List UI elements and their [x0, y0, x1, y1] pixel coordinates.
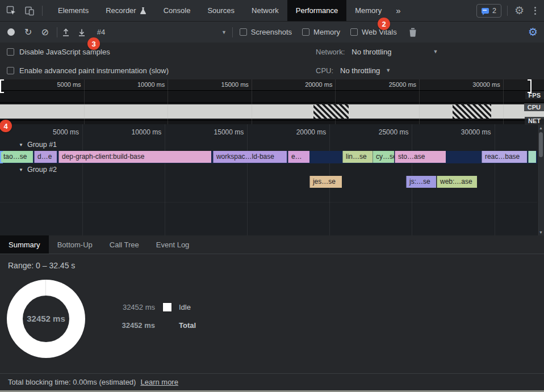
checkbox-label: Screenshots	[251, 28, 292, 36]
tab-call-tree[interactable]: Call Tree	[101, 235, 148, 254]
flame-bar[interactable]: lin…se	[342, 151, 373, 163]
donut-total-label: 32452 ms	[7, 314, 85, 323]
network-throttling-control: Network: No throttling ▼	[316, 48, 438, 56]
kebab-menu-icon[interactable]	[531, 7, 539, 15]
more-tabs-chevron[interactable]: »	[390, 6, 406, 15]
tab-label: Performance	[296, 6, 338, 15]
summary-pane: Range: 0 – 32.45 s 32452 ms 32452 msIdle…	[0, 254, 544, 373]
ruler-tick-label: 15000 ms	[214, 128, 244, 136]
toolbar-divider	[42, 6, 43, 16]
network-throttling-select[interactable]: No throttling ▼	[351, 48, 438, 56]
legend-value: 32452 ms	[118, 303, 155, 311]
tab-event-log[interactable]: Event Log	[148, 235, 198, 254]
legend-label: Total	[179, 321, 196, 330]
flame-bar[interactable]: sto…ase	[395, 151, 446, 163]
checkbox-box-icon	[302, 28, 309, 36]
collapse-arrow-icon: ▼	[19, 167, 23, 172]
save-profile-icon[interactable]	[77, 27, 87, 37]
net-lane-label: NET	[525, 117, 544, 125]
checkbox-box-icon	[350, 28, 358, 36]
history-selected-value: #4	[97, 28, 105, 36]
details-tabbar: SummaryBottom-UpCall TreeEvent Log	[0, 235, 544, 254]
tab-performance[interactable]: Performance	[287, 0, 346, 21]
checkbox-screenshots[interactable]: Screenshots	[240, 28, 292, 36]
scrollbar-thumb[interactable]	[539, 132, 543, 157]
ruler-tick-label: 5000 ms	[53, 128, 79, 136]
tab-bottom-up[interactable]: Bottom-Up	[49, 235, 101, 254]
flame-bar[interactable]: e…	[288, 151, 309, 163]
collapse-arrow-icon: ▼	[19, 142, 23, 147]
reload-and-record-icon[interactable]: ↻	[24, 28, 32, 37]
capture-settings-gear-icon[interactable]: ⚙	[528, 27, 538, 37]
inspect-element-icon[interactable]	[6, 5, 17, 16]
scroll-up-icon[interactable]: ▲	[538, 124, 544, 131]
flame-chart[interactable]: 5000 ms10000 ms15000 ms20000 ms25000 ms3…	[0, 124, 537, 235]
legend-label: Idle	[179, 303, 191, 311]
history-select[interactable]: #4 ▼	[97, 28, 227, 36]
delete-recording-icon[interactable]	[408, 27, 417, 37]
flame-bar[interactable]: jes…se	[309, 176, 342, 188]
ruler-tick-label: 30000 ms	[472, 81, 500, 88]
annotation-badge-4: 4	[0, 120, 12, 132]
ruler-tick-label: 10000 ms	[131, 128, 161, 136]
learn-more-link[interactable]: Learn more	[140, 378, 178, 386]
summary-legend: 32452 msIdle32452 msTotal	[118, 303, 196, 339]
checkbox-web-vitals[interactable]: Web Vitals	[350, 28, 397, 36]
checkbox-memory[interactable]: Memory	[302, 28, 340, 36]
paint-instrumentation-checkbox[interactable]	[7, 67, 14, 74]
settings-gear-icon[interactable]: ⚙	[514, 5, 524, 16]
flame-bar[interactable]: d…e	[34, 151, 57, 163]
cpu-throttling-select[interactable]: No throttling ▼	[340, 66, 391, 75]
scroll-down-icon[interactable]: ▼	[538, 229, 544, 235]
tab-sources[interactable]: Sources	[199, 0, 243, 21]
flame-divider	[0, 202, 537, 203]
group-label: Group #2	[27, 166, 57, 174]
group-header-2[interactable]: ▼Group #2	[0, 163, 537, 176]
disable-js-samples-checkbox[interactable]	[7, 48, 14, 56]
group-header-1[interactable]: ▼Group #1	[0, 138, 537, 151]
load-profile-icon[interactable]	[61, 27, 71, 37]
track-row-1: tao…sed…edep-graph-client:build-basework…	[0, 151, 537, 163]
tab-summary[interactable]: Summary	[0, 235, 49, 254]
options-row-2: Enable advanced paint instrumentation (s…	[0, 61, 544, 79]
cpu-throttling-value: No throttling	[340, 66, 380, 75]
legend-row: 32452 msTotal	[118, 321, 196, 330]
network-throttling-value: No throttling	[351, 48, 391, 56]
overview-left-handle[interactable]	[0, 79, 4, 93]
overview-right-handle[interactable]	[528, 79, 532, 93]
ruler-tick-label: 10000 ms	[137, 81, 165, 88]
tab-recorder[interactable]: Recorder	[97, 0, 154, 21]
flame-bar[interactable]: web:…ase	[437, 176, 477, 188]
flame-bar[interactable]: reac…base	[482, 151, 527, 163]
cpu-throttling-control: CPU: No throttling ▼	[316, 66, 391, 75]
flame-scrollbar[interactable]: ▲ ▼	[537, 124, 544, 235]
donut-slice-seam	[45, 280, 46, 296]
flame-bar[interactable]: dep-graph-client:build-base	[58, 151, 211, 163]
tab-network[interactable]: Network	[243, 0, 287, 21]
flame-bar[interactable]: workspac…ld-base	[213, 151, 287, 163]
ruler-tick-label: 25000 ms	[389, 81, 416, 88]
legend-value: 32452 ms	[118, 321, 155, 330]
chevron-down-icon: ▼	[386, 68, 391, 73]
record-button[interactable]	[7, 28, 15, 36]
tab-console[interactable]: Console	[155, 0, 199, 21]
issues-bubble-icon	[482, 8, 489, 14]
device-toolbar-icon[interactable]	[24, 5, 35, 16]
cpu-activity-band	[0, 104, 544, 119]
flame-bar[interactable]	[528, 151, 536, 163]
range-text: Range: 0 – 32.45 s	[8, 261, 75, 270]
timeline-overview[interactable]: 5000 ms10000 ms15000 ms20000 ms25000 ms3…	[0, 79, 544, 124]
issues-count: 2	[492, 7, 496, 15]
flame-bar[interactable]: tao…se	[0, 151, 33, 163]
ruler-tick-label: 30000 ms	[461, 128, 491, 136]
tab-elements[interactable]: Elements	[49, 0, 97, 21]
track-selection-bracket	[0, 151, 3, 163]
flame-bar[interactable]: cy…se	[373, 151, 394, 163]
tab-label: Recorder	[106, 6, 136, 15]
toolbar-divider	[57, 27, 57, 37]
issues-button[interactable]: 2	[476, 4, 501, 18]
chevron-down-icon: ▼	[433, 49, 438, 54]
total-blocking-time-text: Total blocking time: 0.00ms (estimated)	[8, 378, 136, 386]
flame-bar[interactable]: js:…se	[406, 176, 436, 188]
clear-icon[interactable]: ⊘	[41, 28, 48, 37]
